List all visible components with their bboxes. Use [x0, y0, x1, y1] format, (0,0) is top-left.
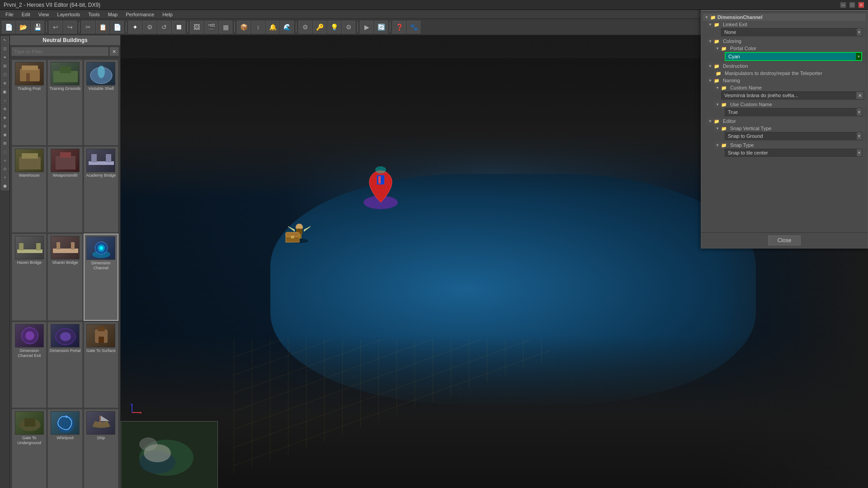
toolbar-undo[interactable]: ↩: [49, 21, 62, 33]
building-item-ship[interactable]: Ship: [84, 409, 118, 488]
building-item-gate-to-underground[interactable]: Gate To Underground: [12, 409, 47, 488]
menu-edit[interactable]: Edit: [18, 11, 34, 18]
tool-13[interactable]: ⊠: [1, 139, 9, 147]
prop-linked-exit-header[interactable]: ▼ 📁 Linked Exit: [707, 21, 866, 28]
tool-18[interactable]: ⬢: [1, 182, 9, 190]
toolbar-help[interactable]: ❓: [392, 21, 406, 33]
expand-portal-color-icon: ▼: [716, 47, 719, 51]
toolbar-heights[interactable]: ↕: [251, 21, 265, 33]
custom-name-input[interactable]: [722, 92, 856, 99]
menu-map[interactable]: Map: [104, 11, 121, 18]
linked-exit-dropdown-arrow[interactable]: ▼: [856, 28, 862, 36]
prop-snap-type-header[interactable]: ▼ 📁 Snap Type: [714, 141, 866, 149]
prop-portal-color-header[interactable]: ▼ 📁 Portal Color: [714, 45, 866, 52]
toolbar-tiles[interactable]: ▦: [219, 21, 232, 33]
maximize-button[interactable]: □: [849, 2, 855, 8]
toolbar-settings2[interactable]: ⚙: [342, 21, 355, 33]
snap-type-dropdown[interactable]: Snap to tile center ▼: [725, 149, 862, 157]
snap-vertical-dropdown[interactable]: Snap to Ground ▼: [725, 132, 862, 140]
prop-section-root-header[interactable]: ▼ 📁 DimensionChannel: [703, 14, 866, 21]
close-window-button[interactable]: ✕: [858, 2, 864, 8]
tool-12[interactable]: ◉: [1, 131, 9, 139]
tool-17[interactable]: ✧: [1, 174, 9, 182]
use-custom-name-dropdown-arrow[interactable]: ▼: [856, 108, 862, 116]
properties-close-footer-button[interactable]: Close: [768, 235, 801, 245]
tool-5[interactable]: ⬡: [1, 70, 9, 79]
toolbar-save[interactable]: 💾: [31, 21, 44, 33]
menu-tools[interactable]: Tools: [85, 11, 104, 18]
toolbar-water[interactable]: 🌊: [280, 21, 294, 33]
building-item-visitable-shell[interactable]: Visitable Shell: [84, 60, 118, 145]
building-item-shantri-bridge[interactable]: Shantri Bridge: [47, 234, 82, 321]
toolbar-light[interactable]: 💡: [327, 21, 341, 33]
toolbar-paw[interactable]: 🐾: [407, 21, 420, 33]
toolbar-grid[interactable]: 🔲: [172, 21, 185, 33]
toolbar-open[interactable]: 📂: [16, 21, 30, 33]
toolbar-redo[interactable]: ↪: [63, 21, 77, 33]
menu-layertools[interactable]: Layertools: [53, 11, 84, 18]
snap-vertical-dropdown-arrow[interactable]: ▼: [856, 132, 862, 140]
tool-16[interactable]: ⊙: [1, 165, 9, 173]
toolbar-paste[interactable]: 📄: [110, 21, 124, 33]
building-item-trading-post[interactable]: Trading Post: [12, 60, 47, 145]
tool-6[interactable]: ⊕: [1, 79, 9, 87]
tool-15[interactable]: ⟡: [1, 156, 9, 164]
toolbar-play[interactable]: ▶: [360, 21, 373, 33]
tool-4[interactable]: ⊞: [1, 62, 9, 70]
toolbar-copy[interactable]: 📋: [96, 21, 109, 33]
prop-custom-name-header[interactable]: ▼ 📁 Custom Name: [714, 84, 866, 91]
toolbar-objects[interactable]: 📦: [237, 21, 250, 33]
toolbar-render[interactable]: 🖼: [190, 21, 203, 33]
prop-coloring-header[interactable]: ▼ 📁 Coloring: [707, 38, 866, 45]
search-clear-button[interactable]: ✕: [110, 47, 118, 56]
building-item-haven-bridge[interactable]: Haven Bridge: [12, 234, 47, 321]
building-item-gate-to-surface[interactable]: Gate To Surface: [84, 322, 118, 408]
building-item-dimension-channel-exit[interactable]: Dimension Channel Exit: [12, 322, 47, 408]
custom-name-clear-button[interactable]: ✕: [856, 92, 863, 99]
tool-7[interactable]: ▣: [1, 88, 9, 96]
toolbar-brush[interactable]: ⚙: [143, 21, 156, 33]
prop-naming-header[interactable]: ▼ 📁 Naming: [707, 77, 866, 84]
toolbar-select[interactable]: ✦: [128, 21, 142, 33]
building-item-weaponsmith[interactable]: Weaponsmith: [47, 146, 82, 232]
menu-view[interactable]: View: [35, 11, 53, 18]
toolbar-refresh[interactable]: 🔄: [374, 21, 388, 33]
svg-rect-15: [19, 243, 24, 250]
building-item-whirlpool[interactable]: Whirlpool: [47, 409, 82, 488]
toolbar-key[interactable]: 🔑: [313, 21, 326, 33]
minimap[interactable]: [121, 421, 218, 488]
prop-editor-header[interactable]: ▼ 📁 Editor: [707, 117, 866, 125]
tool-pointer[interactable]: ↖: [1, 36, 9, 44]
prop-destruction-header[interactable]: ▼ 📁 Destruction: [707, 62, 866, 70]
menu-help[interactable]: Help: [159, 11, 176, 18]
menu-performance[interactable]: Performance: [122, 11, 158, 18]
snap-type-dropdown-arrow[interactable]: ▼: [856, 149, 862, 156]
toolbar-rotate[interactable]: ↺: [157, 21, 171, 33]
building-item-academy-bridge[interactable]: Academy Bridge: [84, 146, 118, 232]
use-custom-name-dropdown[interactable]: True ▼: [725, 108, 862, 116]
menu-file[interactable]: File: [2, 11, 17, 18]
building-item-dimension-channel[interactable]: Dimension Channel: [84, 234, 118, 321]
portal-color-dropdown-arrow[interactable]: ▼: [856, 53, 861, 60]
toolbar-alerts[interactable]: 🔔: [266, 21, 279, 33]
portal-color-dropdown[interactable]: Cyan ▼: [725, 52, 862, 61]
building-item-training-grounds[interactable]: Training Grounds: [47, 60, 82, 145]
linked-exit-dropdown[interactable]: None ▼: [721, 28, 862, 36]
toolbar-cut[interactable]: ✂: [81, 21, 95, 33]
toolbar-cinema[interactable]: 🎬: [204, 21, 218, 33]
tool-3[interactable]: ✦: [1, 53, 9, 61]
prop-snap-vertical-header[interactable]: ▼ 📁 Snap Vertical Type: [714, 125, 866, 132]
tool-8[interactable]: ☼: [1, 96, 9, 104]
toolbar-new[interactable]: 📄: [2, 21, 15, 33]
building-item-warehouse[interactable]: Warehouse: [12, 146, 47, 232]
building-item-dimension-portal[interactable]: Dimension Portal: [47, 322, 82, 408]
prop-use-custom-name-header[interactable]: ▼ 📁 Use Custom Name: [714, 101, 866, 108]
minimize-button[interactable]: ─: [840, 2, 846, 8]
tool-11[interactable]: ⊛: [1, 122, 9, 130]
tool-10[interactable]: ◈: [1, 113, 9, 122]
tool-2[interactable]: ⊡: [1, 45, 9, 53]
tool-9[interactable]: ⊗: [1, 105, 9, 113]
tool-14[interactable]: ◌: [1, 148, 9, 156]
search-input[interactable]: [12, 47, 108, 56]
toolbar-settings1[interactable]: ⚙: [298, 21, 312, 33]
